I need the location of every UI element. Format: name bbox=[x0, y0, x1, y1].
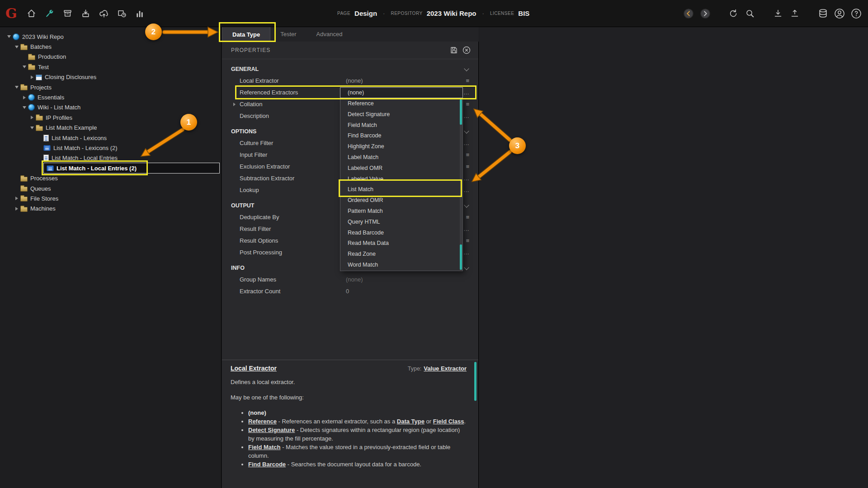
tree-item-ip-profiles[interactable]: IP Profiles bbox=[0, 113, 221, 122]
help-type-link[interactable]: Value Extractor bbox=[424, 365, 467, 372]
tree-item-lexicons-2[interactable]: List Match - Lexicons (2) bbox=[0, 143, 221, 153]
row-ellipsis-icon[interactable] bbox=[463, 184, 469, 196]
tree-item-essentials[interactable]: Essentials bbox=[0, 92, 221, 102]
expander-icon[interactable] bbox=[21, 96, 28, 99]
upload-icon[interactable] bbox=[789, 8, 800, 19]
grooper-logo-icon[interactable]: G bbox=[5, 7, 17, 20]
help-term-link[interactable]: Detect Signature bbox=[248, 427, 295, 433]
licensee-value[interactable]: BIS bbox=[518, 9, 529, 17]
row-ellipsis-icon[interactable] bbox=[463, 173, 469, 184]
row-ellipsis-icon[interactable] bbox=[463, 137, 469, 149]
dropdown-scrollbar-thumb[interactable] bbox=[460, 244, 462, 270]
row-menu-icon[interactable] bbox=[466, 149, 469, 161]
dropdown-item-list-match[interactable]: List Match bbox=[340, 184, 462, 195]
tree-item-file-stores[interactable]: File Stores bbox=[0, 193, 221, 203]
dropdown-item-labeled-omr[interactable]: Labeled OMR bbox=[340, 163, 462, 174]
tree-item-lexicons[interactable]: List Match - Lexicons bbox=[0, 133, 221, 143]
repository-value[interactable]: 2023 Wiki Repo bbox=[427, 9, 476, 17]
section-general[interactable]: GENERAL bbox=[222, 63, 478, 75]
expander-icon[interactable] bbox=[13, 197, 20, 200]
tab-tester[interactable]: Tester bbox=[270, 27, 306, 42]
dropdown-item-read-barcode[interactable]: Read Barcode bbox=[340, 228, 462, 239]
tree-item-queues[interactable]: Queues bbox=[0, 183, 221, 193]
dropdown-item-pattern-match[interactable]: Pattern Match bbox=[340, 206, 462, 217]
row-ellipsis-icon[interactable] bbox=[463, 110, 469, 122]
dropdown-item-read-meta-data[interactable]: Read Meta Data bbox=[340, 238, 462, 249]
tree-item-repository[interactable]: 2023 Wiki Repo bbox=[0, 32, 221, 42]
property-row-extractor-count[interactable]: Extractor Count0 bbox=[222, 286, 478, 297]
help-scrollbar[interactable] bbox=[474, 362, 476, 401]
dropdown-item-label-match[interactable]: Label Match bbox=[340, 152, 462, 163]
tools-icon[interactable] bbox=[44, 8, 55, 19]
property-row-local-extractor[interactable]: Local Extractor(none) bbox=[222, 75, 478, 87]
back-icon[interactable] bbox=[683, 8, 694, 19]
dropdown-item-reference[interactable]: Reference bbox=[340, 99, 462, 109]
statistics-icon[interactable] bbox=[135, 8, 146, 19]
tree-item-machines[interactable]: Machines bbox=[0, 204, 221, 214]
expand-icon[interactable] bbox=[233, 103, 236, 106]
tree-item-local-entries-2[interactable]: List Match - Local Entries (2) bbox=[0, 163, 221, 173]
dropdown-item-ordered-omr[interactable]: Ordered OMR bbox=[340, 195, 462, 206]
batch-export-icon[interactable] bbox=[80, 8, 91, 19]
help-term-link[interactable]: Find Barcode bbox=[248, 461, 286, 468]
dropdown-item-word-match[interactable]: Word Match bbox=[340, 260, 462, 271]
close-icon[interactable] bbox=[462, 46, 471, 55]
tree-item-closing-disclosures[interactable]: Closing Disclosures bbox=[0, 72, 221, 82]
expander-icon[interactable] bbox=[21, 106, 28, 109]
referenced-extractors-combobox[interactable]: (none) bbox=[340, 87, 463, 98]
page-value[interactable]: Design bbox=[354, 9, 377, 17]
scheduled-batches-icon[interactable] bbox=[117, 8, 127, 19]
dropdown-item-field-match[interactable]: Field Match bbox=[340, 120, 462, 131]
data-connections-icon[interactable] bbox=[817, 8, 828, 19]
tree-item-batches[interactable]: Batches bbox=[0, 42, 221, 52]
save-icon[interactable] bbox=[449, 46, 458, 55]
tree-item-list-match-example[interactable]: List Match Example bbox=[0, 123, 221, 133]
dropdown-item-labeled-value[interactable]: Labeled Value bbox=[340, 174, 462, 185]
tree-item-processes[interactable]: Processes bbox=[0, 173, 221, 183]
expander-icon[interactable] bbox=[5, 35, 13, 38]
dropdown-item-detect-signature[interactable]: Detect Signature bbox=[340, 109, 462, 120]
user-icon[interactable] bbox=[834, 8, 845, 19]
refresh-icon[interactable] bbox=[728, 8, 739, 19]
tree-item-wiki-list-match[interactable]: Wiki - List Match bbox=[0, 103, 221, 113]
download-icon[interactable] bbox=[773, 8, 783, 19]
help-term-link[interactable]: Field Match bbox=[248, 444, 281, 450]
row-menu-icon[interactable] bbox=[466, 235, 469, 247]
property-row-group-names[interactable]: Group Names(none) bbox=[222, 274, 478, 286]
tree-item-projects[interactable]: Projects bbox=[0, 82, 221, 92]
forward-icon[interactable] bbox=[700, 8, 711, 19]
help-term-link[interactable]: Reference bbox=[248, 418, 277, 425]
help-icon[interactable] bbox=[851, 8, 862, 19]
expander-icon[interactable] bbox=[28, 75, 36, 79]
expander-icon[interactable] bbox=[28, 116, 36, 119]
row-ellipsis-icon[interactable] bbox=[463, 223, 469, 235]
row-ellipsis-icon[interactable] bbox=[463, 247, 469, 258]
search-icon[interactable] bbox=[745, 8, 755, 19]
tree-item-test[interactable]: Test bbox=[0, 62, 221, 72]
expander-icon[interactable] bbox=[13, 46, 20, 48]
tree-item-local-entries[interactable]: List Match - Local Entries bbox=[0, 153, 221, 163]
dropdown-item-find-barcode[interactable]: Find Barcode bbox=[340, 131, 462, 141]
tree-item-production[interactable]: Production bbox=[0, 52, 221, 62]
row-ellipsis-icon[interactable] bbox=[463, 87, 469, 99]
row-menu-icon[interactable] bbox=[466, 161, 469, 173]
tab-data-type[interactable]: Data Type bbox=[222, 27, 270, 42]
dropdown-item-read-zone[interactable]: Read Zone bbox=[340, 249, 462, 260]
home-icon[interactable] bbox=[26, 8, 37, 19]
help-term-link[interactable]: Data Type bbox=[397, 418, 425, 425]
expander-icon[interactable] bbox=[21, 66, 28, 68]
batches-icon[interactable] bbox=[62, 8, 73, 19]
rename-edit-box[interactable]: List Match - Local Entries (2) bbox=[43, 163, 220, 174]
dropdown-scrollbar-thumb[interactable] bbox=[460, 99, 462, 125]
cloud-upload-icon[interactable] bbox=[99, 8, 109, 19]
tab-advanced[interactable]: Advanced bbox=[307, 27, 353, 42]
expander-icon[interactable] bbox=[28, 127, 36, 129]
dropdown-item-highlight-zone[interactable]: Highlight Zone bbox=[340, 141, 462, 152]
expander-icon[interactable] bbox=[13, 86, 20, 89]
help-term-link[interactable]: Field Class bbox=[433, 418, 464, 425]
row-menu-icon[interactable] bbox=[466, 75, 469, 87]
row-menu-icon[interactable] bbox=[466, 211, 469, 223]
dropdown-item-query-html[interactable]: Query HTML bbox=[340, 217, 462, 228]
row-menu-icon[interactable] bbox=[466, 99, 469, 110]
expander-icon[interactable] bbox=[13, 207, 20, 211]
